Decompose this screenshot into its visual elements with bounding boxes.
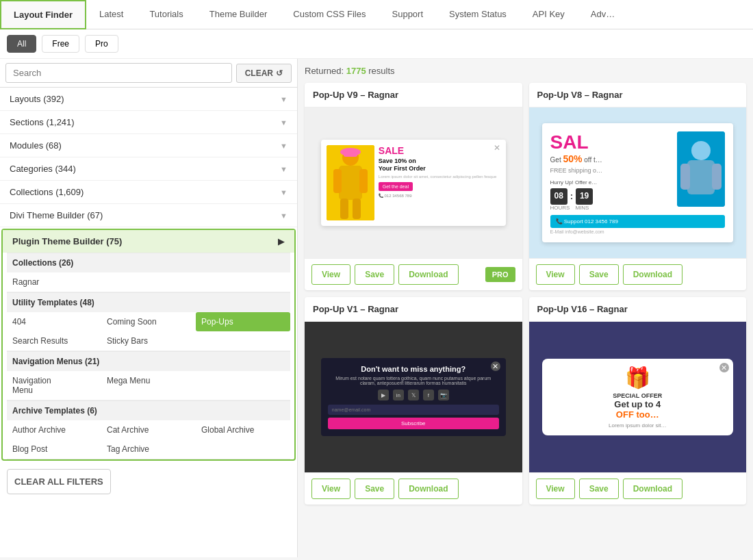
tab-system-status[interactable]: System Status	[436, 0, 520, 29]
svg-rect-4	[359, 169, 368, 193]
download-button-popup-v8[interactable]: Download	[623, 264, 682, 285]
sidebar-item-pop-ups[interactable]: Pop-Ups	[196, 312, 290, 331]
card-actions-popup-v8: View Save Download	[529, 258, 747, 290]
sidebar-item-navigation-menu[interactable]: NavigationMenu	[7, 371, 101, 400]
sidebar-item-layouts[interactable]: Layouts (392) ▼	[0, 88, 297, 111]
main-layout: CLEAR ↺ Layouts (392) ▼ Sections (1,241)…	[0, 59, 753, 557]
tab-adv[interactable]: Adv…	[578, 0, 628, 29]
ptb-subsection-collections: Collections (26) Ragnar	[3, 253, 294, 292]
gift-icon: 🎁	[549, 366, 726, 390]
chevron-right-icon: ▶	[278, 236, 285, 246]
chevron-down-icon: ▼	[280, 142, 288, 150]
sidebar-item-sticky-bars[interactable]: Sticky Bars	[101, 331, 196, 351]
card-preview-popup-v1: ✕ Don't want to miss anything? Mirum est…	[305, 322, 522, 472]
sidebar-item-coming-soon[interactable]: Coming Soon	[101, 312, 196, 331]
tab-tutorials[interactable]: Tutorials	[136, 0, 196, 29]
sidebar-item-author-archive[interactable]: Author Archive	[7, 420, 101, 440]
sidebar-item-categories[interactable]: Categories (344) ▼	[0, 157, 297, 181]
sidebar-item-collections[interactable]: Collections (1,609) ▼	[0, 181, 297, 204]
save-button-popup-v16[interactable]: Save	[579, 479, 619, 499]
sidebar-item-archive-empty	[196, 440, 290, 459]
twitter-icon[interactable]: 𝕏	[408, 390, 419, 400]
content-area: Returned: 1775 results Pop-Up V9 – Ragna…	[298, 59, 753, 557]
save-button-popup-v8[interactable]: Save	[579, 264, 619, 285]
utility-header: Utility Templates (48)	[7, 292, 290, 312]
filter-row: All Free Pro	[0, 29, 753, 59]
youtube-icon[interactable]: ▶	[378, 390, 389, 400]
sidebar-item-404[interactable]: 404	[7, 312, 101, 331]
linkedin-icon[interactable]: in	[393, 390, 404, 400]
pro-badge-popup-v9: PRO	[485, 267, 515, 282]
tab-api-key[interactable]: API Key	[520, 0, 578, 29]
sidebar-item-ragnar[interactable]: Ragnar	[7, 272, 101, 292]
view-button-popup-v1[interactable]: View	[311, 479, 350, 499]
sidebar-item-blog-post[interactable]: Blog Post	[7, 440, 101, 459]
svg-rect-8	[344, 149, 357, 157]
preview-image	[327, 145, 374, 220]
popup-cta-button[interactable]: Get the deal	[379, 182, 413, 191]
filter-pro[interactable]: Pro	[85, 35, 118, 53]
tab-latest[interactable]: Latest	[86, 0, 136, 29]
download-button-popup-v1[interactable]: Download	[398, 479, 458, 499]
card-title-popup-v9: Pop-Up V9 – Ragnar	[305, 83, 522, 107]
archive-items: Author Archive Cat Archive Global Archiv…	[7, 420, 290, 459]
card-title-popup-v8: Pop-Up V8 – Ragnar	[529, 83, 747, 107]
plugin-theme-builder-header[interactable]: Plugin Theme Builder (75) ▶	[3, 230, 294, 253]
category-list: Layouts (392) ▼ Sections (1,241) ▼ Modul…	[0, 88, 297, 557]
download-button-popup-v16[interactable]: Download	[623, 479, 682, 499]
close-icon-v1[interactable]: ✕	[491, 361, 500, 371]
view-button-popup-v8[interactable]: View	[536, 264, 575, 285]
results-header: Returned: 1775 results	[305, 66, 746, 76]
sidebar-item-cat-archive[interactable]: Cat Archive	[101, 420, 196, 440]
save-button-popup-v1[interactable]: Save	[355, 479, 394, 499]
email-input-v1[interactable]	[328, 405, 499, 415]
card-preview-popup-v16: ✕ 🎁 SPECIAL OFFER Get up to 4OFF too… Lo…	[529, 322, 747, 472]
card-popup-v16: Pop-Up V16 – Ragnar ✕ 🎁 SPECIAL OFFER Ge…	[529, 297, 747, 505]
svg-rect-12	[680, 164, 690, 190]
facebook-icon[interactable]: f	[423, 390, 434, 400]
card-title-popup-v16: Pop-Up V16 – Ragnar	[529, 297, 747, 322]
instagram-icon[interactable]: 📷	[438, 390, 449, 400]
sidebar-item-mega-menu[interactable]: Mega Menu	[101, 371, 196, 400]
utility-items: 404 Coming Soon Pop-Ups Search Results S…	[7, 312, 290, 351]
save-button-popup-v9[interactable]: Save	[355, 264, 394, 285]
sidebar-item-nav-empty	[196, 371, 290, 400]
card-actions-popup-v16: View Save Download	[529, 472, 747, 505]
view-button-popup-v9[interactable]: View	[311, 264, 350, 285]
sidebar-item-sections[interactable]: Sections (1,241) ▼	[0, 111, 297, 134]
filter-all[interactable]: All	[7, 35, 36, 53]
download-button-popup-v9[interactable]: Download	[398, 264, 458, 285]
svg-rect-3	[333, 169, 342, 193]
clear-button[interactable]: CLEAR ↺	[236, 64, 292, 83]
card-preview-popup-v8: SAL Get 50% off t… FREE shipping o… Hurr…	[529, 107, 747, 258]
card-popup-v1: Pop-Up V1 – Ragnar ✕ Don't want to miss …	[305, 297, 522, 505]
svg-rect-5	[340, 199, 348, 219]
svg-rect-13	[712, 164, 722, 190]
filter-free[interactable]: Free	[42, 35, 79, 53]
sidebar-item-divi-theme-builder[interactable]: Divi Theme Builder (67) ▼	[0, 204, 297, 227]
clear-all-filters-button[interactable]: CLEAR ALL FILTERS	[7, 469, 111, 494]
refresh-icon: ↺	[276, 68, 283, 78]
tab-custom-css[interactable]: Custom CSS Files	[280, 0, 379, 29]
card-actions-popup-v1: View Save Download	[305, 472, 522, 505]
navigation-items: NavigationMenu Mega Menu	[7, 371, 290, 400]
tab-layout-finder[interactable]: Layout Finder	[0, 0, 86, 29]
tab-theme-builder[interactable]: Theme Builder	[196, 0, 281, 29]
close-icon[interactable]: ✕	[494, 143, 500, 153]
search-input[interactable]	[5, 63, 232, 83]
gift-popup-v16: ✕ 🎁 SPECIAL OFFER Get up to 4OFF too… Lo…	[542, 359, 733, 435]
sidebar-item-tag-archive[interactable]: Tag Archive	[101, 440, 196, 459]
tab-support[interactable]: Support	[379, 0, 437, 29]
sidebar-item-modules[interactable]: Modules (68) ▼	[0, 134, 297, 157]
svg-rect-6	[353, 199, 361, 219]
archive-header: Archive Templates (6)	[7, 400, 290, 420]
navigation-header: Navigation Menus (21)	[7, 351, 290, 371]
sidebar-item-search-results[interactable]: Search Results	[7, 331, 101, 351]
search-bar: CLEAR ↺	[0, 59, 297, 88]
subscribe-button-v1[interactable]: Subscribe	[328, 418, 499, 429]
close-icon-v16[interactable]: ✕	[719, 363, 729, 372]
card-popup-v8: Pop-Up V8 – Ragnar SAL Get 50% off t… FR…	[529, 83, 747, 290]
ptb-subsection-navigation: Navigation Menus (21) NavigationMenu Meg…	[3, 351, 294, 400]
view-button-popup-v16[interactable]: View	[536, 479, 575, 499]
sidebar-item-global-archive[interactable]: Global Archive	[196, 420, 290, 440]
